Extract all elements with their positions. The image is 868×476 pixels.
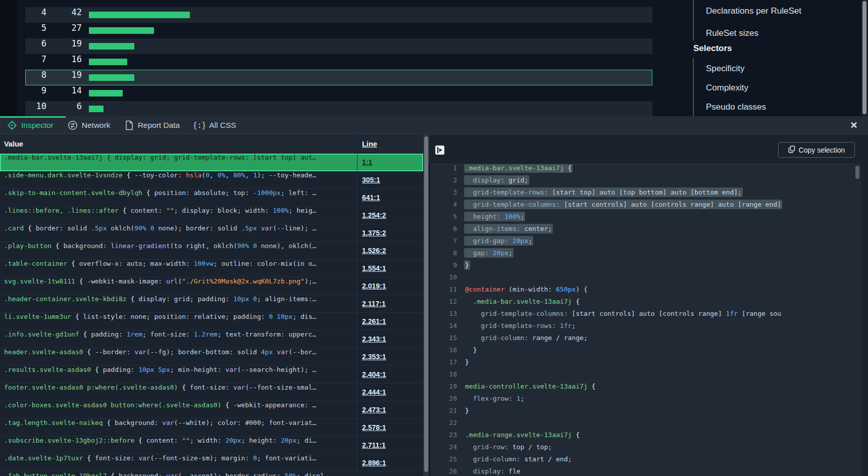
table-row[interactable]: .media-bar.svelte-13aai7j { display: gri… [0, 154, 423, 171]
table-scrollbar-thumb[interactable] [424, 136, 428, 472]
line-link[interactable]: 2,404:1 [362, 366, 386, 384]
line-link[interactable]: 2,711:1 [362, 437, 386, 454]
nav-item-ruleset-sizes[interactable]: RuleSet sizes [706, 26, 758, 40]
tab-network[interactable]: Network [68, 120, 111, 130]
table-header: Value Line [0, 134, 423, 154]
line-number: 16 [437, 346, 457, 354]
nav-item-pseudo-classes[interactable]: Pseudo classes [706, 100, 766, 114]
line-link[interactable]: 1,254:2 [362, 207, 386, 224]
panel-tabbar: InspectorNetworkReport Data{:}All CSS [0, 116, 868, 134]
chart-row[interactable]: 819 [25, 70, 652, 85]
close-icon[interactable]: ✕ [849, 120, 858, 130]
column-header-line[interactable]: Line [362, 134, 377, 154]
code-line-text: grid-column: range / range; [465, 334, 588, 342]
rule-value: .table-container { overflow-x: auto; max… [4, 260, 353, 277]
page-scrollbar-thumb[interactable] [862, 1, 866, 114]
code-viewer[interactable]: 1.media-bar.svelte-13aai7j {2 display: g… [429, 164, 855, 476]
line-link[interactable]: 2,261:1 [362, 313, 386, 330]
line-link[interactable]: 1,526:2 [362, 242, 386, 260]
nav-item-declarations-per-ruleset[interactable]: Declarations per RuleSet [706, 4, 801, 18]
line-link[interactable]: 1,554:1 [362, 260, 386, 277]
line-link[interactable]: 305:1 [362, 171, 380, 189]
panel-accent-line [0, 116, 66, 118]
line-link[interactable]: 641:1 [362, 189, 380, 207]
line-link[interactable]: 2,444:1 [362, 384, 386, 401]
code-line-text: align-items: center; [465, 225, 552, 232]
nav-item-specificity[interactable]: Specificity [706, 62, 745, 76]
rule-value: .info.svelte-gd1unf { padding: 1rem; fon… [4, 330, 353, 348]
bar [89, 12, 190, 18]
code-line: 17} [429, 358, 855, 370]
code-line: 24 grid-row: top / top; [429, 443, 855, 455]
tab-inspector[interactable]: Inspector [7, 120, 54, 130]
code-line-text: grid-template-rows: [start top] auto [to… [465, 188, 742, 196]
line-link[interactable]: 2,019:1 [362, 277, 386, 295]
code-line: 19media-controller.svelte-13aai7j { [429, 383, 855, 395]
line-link[interactable]: 2,343:1 [362, 330, 386, 348]
table-row[interactable]: .fab-button.svelte-19hqrl7 { background:… [0, 472, 423, 476]
code-line-text: .media-bar.svelte-13aai7j { [465, 298, 580, 305]
code-line-text: display: grid; [465, 176, 528, 184]
bar [89, 74, 134, 81]
table-row[interactable]: li.svelte-1ume3ur { list-style: none; po… [0, 313, 423, 330]
line-link[interactable]: 2,578:1 [362, 419, 386, 437]
chart-row[interactable]: 914 [25, 85, 652, 101]
chart-row-value: 16 [25, 54, 82, 70]
line-link[interactable]: 1:1 [362, 154, 372, 171]
table-row[interactable]: .lines::before, .lines::after { content:… [0, 207, 423, 224]
code-line: 2 display: grid; [429, 176, 855, 188]
code-scrollbar-thumb[interactable] [855, 166, 859, 179]
table-row[interactable]: .skip-to-main-content.svelte-dbylqh { po… [0, 189, 423, 207]
table-row[interactable]: footer.svelte-asdas0 p:where(.svelte-asd… [0, 384, 423, 401]
line-link[interactable]: 2,117:1 [362, 295, 386, 313]
table-row[interactable]: .subscribe.svelte-13gboj2::before { cont… [0, 437, 423, 454]
table-row[interactable]: .table-container { overflow-x: auto; max… [0, 260, 423, 277]
tab-report-data[interactable]: Report Data [125, 120, 180, 130]
line-link[interactable]: 1,375:2 [362, 224, 386, 242]
line-link[interactable]: 2,896:1 [362, 454, 386, 472]
table-row[interactable]: .header-container.svelte-kbdi8z { displa… [0, 295, 423, 313]
code-line: 1.media-bar.svelte-13aai7j { [429, 164, 855, 176]
network-icon [68, 120, 78, 130]
code-line-text: } [465, 358, 469, 366]
chart-row[interactable]: 716 [25, 54, 652, 70]
line-link[interactable]: 3,141:1 [362, 472, 386, 476]
code-line-text: grid-row: top / top; [465, 443, 552, 451]
code-line-text: flex-grow: 1; [465, 395, 524, 402]
code-line-text: } [465, 346, 477, 354]
table-row[interactable]: header.svelte-asdas0 { --border: var(--f… [0, 348, 423, 366]
rule-value: .card { border: solid .5px oklch(90% 0 n… [4, 224, 353, 242]
table-row[interactable]: .color-boxes.svelte-asdas0 button:where(… [0, 401, 423, 419]
chart-row[interactable]: 527 [25, 23, 652, 38]
table-row[interactable]: svg.svelte-1tw8111 { -webkit-mask-image:… [0, 277, 423, 295]
tab-all-css[interactable]: {:}All CSS [194, 120, 236, 130]
line-number: 24 [437, 443, 457, 451]
table-row[interactable]: .card { border: solid .5px oklch(90% 0 n… [0, 224, 423, 242]
line-link[interactable]: 2,473:1 [362, 401, 386, 419]
line-number: 1 [437, 164, 457, 172]
rule-value: .side-menu.dark.svelte-1vsndze { --toy-c… [4, 171, 353, 189]
chart-row[interactable]: 106 [25, 101, 652, 116]
copy-selection-button[interactable]: Copy selection [778, 142, 855, 158]
line-link[interactable]: 2,353:1 [362, 348, 386, 366]
tab-label: Inspector [21, 121, 54, 130]
chart-row[interactable]: 442 [25, 7, 652, 23]
line-number: 4 [437, 201, 457, 208]
table-row[interactable]: .date.svelte-1p7tuxr { font-size: var(--… [0, 454, 423, 472]
line-number: 3 [437, 188, 457, 196]
line-number: 14 [437, 322, 457, 329]
table-row[interactable]: .side-menu.dark.svelte-1vsndze { --toy-c… [0, 171, 423, 189]
code-line: 15 grid-column: range / range; [429, 334, 855, 346]
rule-value: .color-boxes.svelte-asdas0 button:where(… [4, 401, 353, 419]
table-row[interactable]: .tag.length.svelte-naikeq { background: … [0, 419, 423, 437]
nav-group-line [693, 0, 694, 40]
nav-item-complexity[interactable]: Complexity [706, 81, 748, 95]
table-row[interactable]: .info.svelte-gd1unf { padding: 1rem; fon… [0, 330, 423, 348]
table-row[interactable]: .results.svelte-asdas0 { padding: 10px 5… [0, 366, 423, 384]
sidebar-toggle-icon[interactable] [435, 146, 444, 155]
chart-row[interactable]: 619 [25, 38, 652, 54]
table-row[interactable]: .play-button { background: linear-gradie… [0, 242, 423, 260]
line-number: 9 [437, 261, 457, 269]
line-number: 23 [437, 431, 457, 439]
code-line: 23.media-range.svelte-13aai7j { [429, 431, 855, 443]
